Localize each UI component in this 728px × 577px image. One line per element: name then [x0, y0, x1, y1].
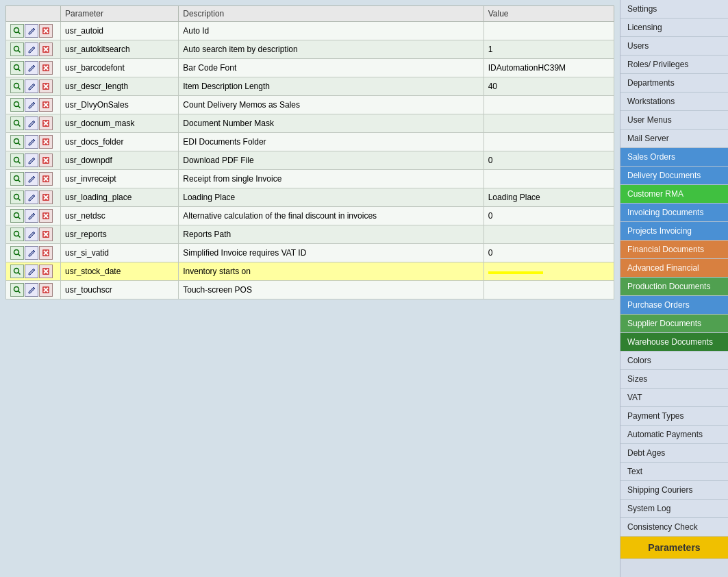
table-row: usr_downpdfDownload PDF File0 [6, 151, 614, 170]
param-cell: usr_docnum_mask [61, 114, 179, 133]
sidebar-item-production-documents[interactable]: Production Documents [620, 278, 728, 296]
value-cell: 1 [484, 40, 614, 59]
svg-point-0 [14, 28, 19, 33]
edit-button[interactable] [25, 209, 38, 223]
table-row: usr_loading_placeLoading PlaceLoading Pl… [6, 188, 614, 207]
table-row: usr_autoidAuto Id [6, 22, 614, 40]
search-button[interactable] [10, 135, 24, 149]
sidebar-item-parameters[interactable]: Parameters [620, 537, 728, 559]
delete-button[interactable] [39, 135, 53, 149]
action-cell [6, 281, 61, 299]
delete-button[interactable] [39, 228, 53, 241]
search-button[interactable] [10, 172, 24, 186]
delete-button[interactable] [39, 265, 53, 278]
search-button[interactable] [10, 42, 24, 56]
svg-line-31 [18, 143, 21, 145]
delete-button[interactable] [39, 191, 53, 204]
search-button[interactable] [10, 265, 24, 278]
edit-button[interactable] [25, 172, 38, 186]
search-button[interactable] [10, 209, 24, 223]
sidebar-item-colors[interactable]: Colors [620, 352, 728, 370]
sidebar-item-supplier-documents[interactable]: Supplier Documents [620, 315, 728, 333]
sidebar-item-text[interactable]: Text [620, 463, 728, 481]
svg-line-11 [18, 69, 21, 71]
edit-button[interactable] [25, 98, 38, 112]
edit-button[interactable] [25, 246, 38, 260]
sidebar-item-mail-server[interactable]: Mail Server [620, 130, 728, 148]
sidebar-item-financial-documents[interactable]: Financial Documents [620, 241, 728, 259]
sidebar-item-system-log[interactable]: System Log [620, 500, 728, 518]
edit-button[interactable] [25, 228, 38, 241]
sidebar-item-customer-rma[interactable]: Customer RMA [620, 185, 728, 204]
sidebar-item-invoicing-documents[interactable]: Invoicing Documents [620, 204, 728, 222]
param-cell: usr_autoid [61, 22, 179, 40]
edit-button[interactable] [25, 42, 38, 56]
sidebar-item-sales-orders[interactable]: Sales Orders [620, 148, 728, 167]
search-button[interactable] [10, 116, 24, 130]
sidebar-item-warehouse-documents[interactable]: Warehouse Documents [620, 333, 728, 352]
sidebar-item-departments[interactable]: Departments [620, 74, 728, 93]
search-button[interactable] [10, 191, 24, 204]
edit-button[interactable] [25, 24, 38, 38]
sidebar-item-vat[interactable]: VAT [620, 389, 728, 407]
edit-button[interactable] [25, 154, 38, 167]
sidebar-item-shipping-couriers[interactable]: Shipping Couriers [620, 481, 728, 500]
sidebar-item-roles-privileges[interactable]: Roles/ Privileges [620, 56, 728, 74]
action-cell [6, 59, 61, 77]
sidebar-item-advanced-financial[interactable]: Advanced Financial [620, 259, 728, 278]
sidebar-item-automatic-payments[interactable]: Automatic Payments [620, 426, 728, 444]
sidebar-item-settings[interactable]: Settings [620, 0, 728, 19]
svg-point-10 [14, 65, 19, 70]
search-button[interactable] [10, 24, 24, 38]
search-button[interactable] [10, 283, 24, 297]
search-button[interactable] [10, 228, 24, 241]
svg-point-50 [14, 213, 19, 218]
edit-button[interactable] [25, 79, 38, 93]
svg-point-30 [14, 139, 19, 144]
table-row: usr_reportsReports Path [6, 225, 614, 244]
desc-cell: Item Description Length [179, 77, 484, 96]
param-cell: usr_stock_date [61, 262, 179, 281]
sidebar-item-purchase-orders[interactable]: Purchase Orders [620, 296, 728, 315]
edit-button[interactable] [25, 135, 38, 149]
value-cell [484, 22, 614, 40]
sidebar-item-licensing[interactable]: Licensing [620, 19, 728, 37]
delete-button[interactable] [39, 79, 53, 93]
sidebar-item-debt-ages[interactable]: Debt Ages [620, 444, 728, 463]
edit-button[interactable] [25, 283, 38, 297]
search-button[interactable] [10, 98, 24, 112]
edit-button[interactable] [25, 265, 38, 278]
value-cell: IDAutomationHC39M [484, 59, 614, 77]
delete-button[interactable] [39, 61, 53, 75]
desc-cell: Auto search item by description [179, 40, 484, 59]
delete-button[interactable] [39, 172, 53, 186]
delete-button[interactable] [39, 154, 53, 167]
delete-button[interactable] [39, 116, 53, 130]
search-button[interactable] [10, 79, 24, 93]
sidebar-item-workstations[interactable]: Workstations [620, 93, 728, 111]
search-button[interactable] [10, 246, 24, 260]
edit-button[interactable] [25, 116, 38, 130]
sidebar-item-sizes[interactable]: Sizes [620, 370, 728, 389]
delete-button[interactable] [39, 246, 53, 260]
delete-button[interactable] [39, 98, 53, 112]
search-button[interactable] [10, 154, 24, 167]
edit-button[interactable] [25, 191, 38, 204]
sidebar-item-payment-types[interactable]: Payment Types [620, 407, 728, 426]
delete-button[interactable] [39, 42, 53, 56]
action-cell [6, 77, 61, 96]
delete-button[interactable] [39, 283, 53, 297]
value-cell [484, 114, 614, 133]
edit-button[interactable] [25, 61, 38, 75]
sidebar-item-delivery-documents[interactable]: Delivery Documents [620, 167, 728, 185]
sidebar-item-consistency-check[interactable]: Consistency Check [620, 518, 728, 537]
table-row: usr_descr_lengthItem Description Length4… [6, 77, 614, 96]
delete-button[interactable] [39, 24, 53, 38]
search-button[interactable] [10, 61, 24, 75]
main-content: Parameter Description Value usr_autoidAu… [0, 0, 620, 577]
sidebar-item-users[interactable]: Users [620, 37, 728, 56]
delete-button[interactable] [39, 209, 53, 223]
sidebar-item-user-menus[interactable]: User Menus [620, 111, 728, 130]
sidebar-item-projects-invoicing[interactable]: Projects Invoicing [620, 222, 728, 241]
svg-line-36 [18, 162, 21, 164]
